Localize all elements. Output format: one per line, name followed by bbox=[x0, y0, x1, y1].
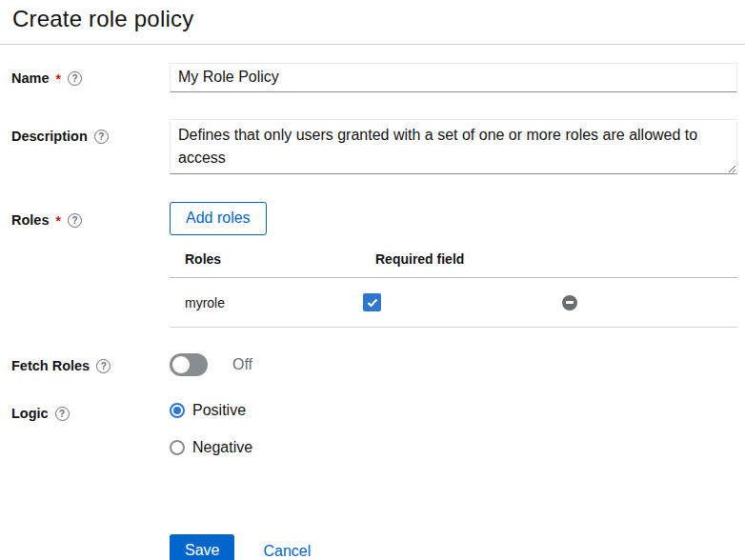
radio-unselected-icon[interactable] bbox=[170, 440, 185, 455]
fetch-roles-row: Fetch Roles ? Off bbox=[11, 353, 737, 376]
description-row: Description ? bbox=[11, 119, 737, 178]
logic-row: Logic ? Positive Negative bbox=[11, 402, 737, 456]
page-title: Create role policy bbox=[12, 4, 730, 33]
actions-row: Save Cancel bbox=[11, 534, 737, 560]
fetch-roles-toggle[interactable] bbox=[170, 353, 208, 376]
page-header: Create role policy bbox=[0, 0, 745, 45]
name-input[interactable] bbox=[170, 63, 737, 92]
create-role-policy-form: Name * ? Description ? Roles * ? Add rol… bbox=[0, 45, 745, 560]
radio-selected-icon[interactable] bbox=[170, 403, 185, 418]
fetch-roles-label: Fetch Roles bbox=[11, 358, 90, 373]
help-icon[interactable]: ? bbox=[94, 130, 109, 144]
roles-label-group: Roles * ? bbox=[11, 202, 170, 328]
roles-label: Roles bbox=[11, 212, 50, 228]
required-asterisk: * bbox=[56, 214, 61, 228]
name-row: Name * ? bbox=[11, 63, 737, 92]
table-row: myrole bbox=[170, 278, 737, 328]
toggle-state-label: Off bbox=[232, 356, 252, 373]
help-icon[interactable]: ? bbox=[68, 71, 82, 86]
remove-role-button[interactable] bbox=[562, 295, 577, 310]
name-label-group: Name * ? bbox=[11, 63, 170, 92]
add-roles-button[interactable]: Add roles bbox=[170, 202, 267, 235]
required-field-column-header: Required field bbox=[360, 246, 562, 277]
logic-option-positive[interactable]: Positive bbox=[170, 402, 737, 419]
description-label-group: Description ? bbox=[11, 119, 170, 178]
logic-label-group: Logic ? bbox=[11, 402, 170, 456]
fetch-roles-label-group: Fetch Roles ? bbox=[11, 353, 170, 376]
help-icon[interactable]: ? bbox=[96, 359, 111, 373]
required-checkbox[interactable] bbox=[363, 293, 381, 311]
required-asterisk: * bbox=[56, 72, 61, 86]
roles-row: Roles * ? Add roles Roles Required field… bbox=[11, 202, 737, 328]
name-label: Name bbox=[11, 70, 50, 86]
roles-column-header: Roles bbox=[170, 246, 360, 277]
radio-label: Negative bbox=[192, 439, 252, 456]
description-label: Description bbox=[11, 129, 88, 144]
logic-label: Logic bbox=[11, 406, 49, 421]
roles-table: Roles Required field myrole bbox=[170, 246, 737, 328]
roles-table-header: Roles Required field bbox=[170, 246, 737, 278]
logic-option-negative[interactable]: Negative bbox=[170, 439, 737, 456]
minus-circle-icon bbox=[566, 301, 574, 304]
radio-label: Positive bbox=[192, 402, 246, 419]
role-name-cell: myrole bbox=[170, 295, 360, 310]
checkmark-icon bbox=[367, 298, 378, 308]
help-icon[interactable]: ? bbox=[68, 213, 82, 228]
toggle-knob bbox=[172, 356, 190, 373]
save-button[interactable]: Save bbox=[170, 534, 234, 560]
description-textarea[interactable] bbox=[170, 119, 737, 174]
cancel-button[interactable]: Cancel bbox=[261, 535, 312, 560]
help-icon[interactable]: ? bbox=[55, 407, 70, 421]
